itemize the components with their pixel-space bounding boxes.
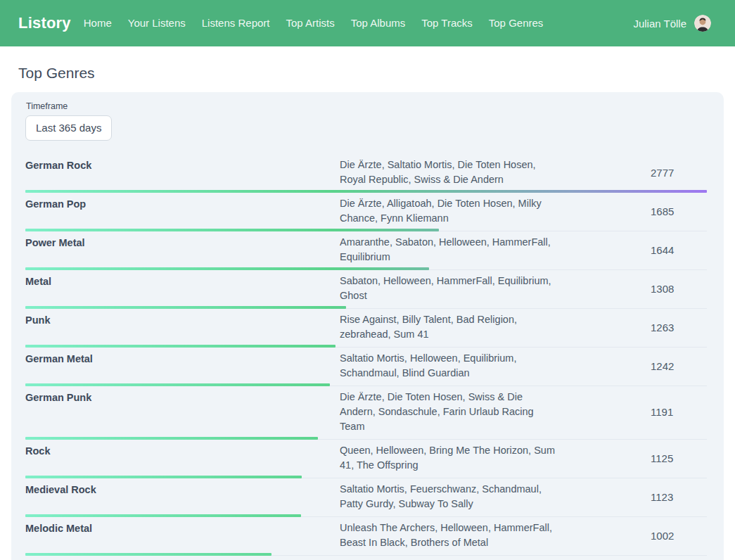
user-name: Julian Tölle: [633, 18, 686, 30]
timeframe-label: Timeframe: [26, 101, 707, 111]
genre-row: German Indie Bukahara, Käptn Peng, KYTES…: [25, 556, 707, 560]
top-genres-card: Timeframe Last 365 days German Rock Die …: [11, 92, 724, 560]
genre-artists: Saltatio Mortis, Helloween, Equilibrium,…: [340, 351, 555, 381]
genre-count: 1125: [651, 452, 707, 464]
genre-count: 1644: [651, 244, 707, 256]
genre-count: 1685: [651, 205, 707, 217]
main-nav: Home Your Listens Listens Report Top Art…: [84, 0, 544, 46]
genre-count: 1308: [651, 283, 707, 295]
timeframe-select[interactable]: Last 365 days: [25, 115, 112, 141]
main-content: Top Genres Timeframe Last 365 days Germa…: [0, 46, 735, 560]
page-title: Top Genres: [0, 46, 735, 82]
nav-item-your-listens[interactable]: Your Listens: [128, 0, 186, 46]
genre-name: German Punk: [25, 390, 340, 405]
genre-row: Medieval Rock Saltatio Mortis, Feuerschw…: [25, 478, 707, 517]
genre-name: Rock: [25, 443, 340, 459]
genre-artists: Sabaton, Helloween, HammerFall, Equilibr…: [340, 274, 555, 303]
genre-artists: Unleash The Archers, Helloween, HammerFa…: [340, 521, 555, 550]
genre-name: Metal: [25, 274, 340, 289]
nav-item-top-tracks[interactable]: Top Tracks: [421, 0, 473, 46]
genre-count: 2777: [651, 167, 707, 179]
genre-row: German Rock Die Ärzte, Saltatio Mortis, …: [25, 154, 707, 193]
genre-row: Melodic Metal Unleash The Archers, Hello…: [25, 517, 707, 556]
genre-table: German Rock Die Ärzte, Saltatio Mortis, …: [25, 154, 707, 560]
genre-count: 1002: [651, 530, 707, 542]
genre-name: Punk: [25, 312, 340, 328]
user-avatar-icon[interactable]: [694, 15, 711, 32]
genre-count: 1123: [651, 491, 707, 503]
genre-name: German Rock: [25, 158, 340, 173]
genre-row: Metal Sabaton, Helloween, HammerFall, Eq…: [25, 270, 707, 309]
brand-logo[interactable]: Listory: [18, 14, 71, 32]
genre-row: Punk Rise Against, Billy Talent, Bad Rel…: [25, 309, 707, 348]
genre-count: 1263: [651, 322, 707, 333]
genre-artists: Saltatio Mortis, Feuerschwanz, Schandmau…: [340, 482, 555, 511]
genre-name: German Pop: [25, 196, 340, 212]
nav-item-top-albums[interactable]: Top Albums: [351, 0, 406, 46]
nav-item-listens-report[interactable]: Listens Report: [202, 0, 270, 46]
top-navbar: Listory Home Your Listens Listens Report…: [0, 0, 735, 46]
user-menu[interactable]: Julian Tölle: [633, 15, 711, 32]
genre-artists: Die Ärzte, Alligatoah, Die Toten Hosen, …: [340, 196, 555, 226]
timeframe-control: Timeframe Last 365 days: [25, 101, 707, 141]
genre-artists: Rise Against, Billy Talent, Bad Religion…: [340, 312, 555, 342]
genre-name: Medieval Rock: [25, 482, 340, 497]
genre-count: 1242: [651, 360, 707, 372]
genre-artists: Amaranthe, Sabaton, Helloween, HammerFal…: [340, 235, 555, 265]
nav-item-top-genres[interactable]: Top Genres: [489, 0, 544, 46]
genre-name: Melodic Metal: [25, 521, 340, 536]
genre-name: Power Metal: [25, 235, 340, 250]
genre-row: German Pop Die Ärzte, Alligatoah, Die To…: [25, 193, 707, 231]
genre-artists: Die Ärzte, Die Toten Hosen, Swiss & Die …: [340, 390, 555, 434]
genre-row: German Punk Die Ärzte, Die Toten Hosen, …: [25, 386, 707, 440]
nav-item-top-artists[interactable]: Top Artists: [286, 0, 335, 46]
genre-count: 1191: [651, 406, 707, 418]
genre-row: German Metal Saltatio Mortis, Helloween,…: [25, 348, 707, 386]
genre-artists: Die Ärzte, Saltatio Mortis, Die Toten Ho…: [340, 158, 555, 187]
genre-row: Rock Queen, Helloween, Bring Me The Hori…: [25, 440, 707, 478]
nav-item-home[interactable]: Home: [84, 0, 112, 46]
genre-name: German Metal: [25, 351, 340, 367]
genre-row: Power Metal Amaranthe, Sabaton, Hellowee…: [25, 231, 707, 270]
genre-artists: Queen, Helloween, Bring Me The Horizon, …: [340, 443, 555, 473]
